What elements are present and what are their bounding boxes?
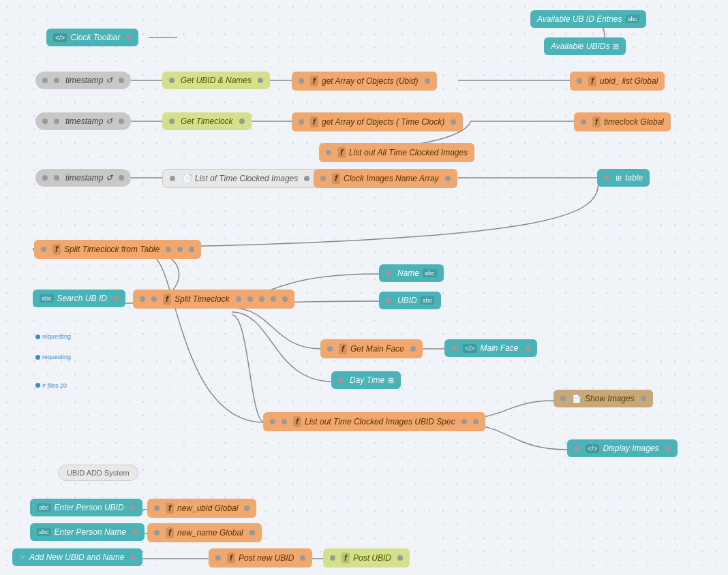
output-port [641,396,646,401]
input-port [338,377,344,383]
function-icon: f [166,527,174,538]
add-new-ubid-node: ☞ Add New UBID and Name [12,548,142,566]
table-node: ⊞ table [597,169,650,187]
input-port [581,119,586,125]
input-port2 [54,78,59,83]
input-port [140,296,145,302]
function-icon: f [339,343,347,354]
grid-icon: ⊞ [388,376,394,385]
output-port4 [271,296,276,302]
new-name-global-node: f new_name Global [147,523,262,542]
get-array-ubid-node: f get Array of Objects (Ubid) [292,72,437,91]
input-port [42,119,48,124]
output-port3 [189,247,194,252]
post-new-ubid-node: f Post new UBID [209,548,312,568]
grid-icon: ⊞ [613,42,619,51]
show-images-node: 📄 Show Images [553,390,653,407]
function-icon: f [293,416,301,427]
input-port2 [54,175,59,181]
input-port [154,530,160,535]
ubid-output-node: UBID abc [379,292,441,309]
function-icon: f [332,173,340,184]
input-port [574,446,579,451]
output-port [132,529,138,535]
function-icon: f [166,503,174,514]
input-port [451,345,457,351]
input-port [386,298,391,303]
output-port [451,119,456,125]
clock-toolbar-node: </> Clock Toolbar [46,29,138,46]
output-port [166,247,171,252]
abc-icon: abc [421,296,435,305]
code-icon: </> [586,444,599,453]
main-face-node: </> Main Face [444,339,537,357]
output-port3 [259,296,264,302]
ubid-list-global-node: f ubid_ list Global [570,72,665,91]
table-icon: ⊞ [616,174,622,183]
file-icon: 📄 [572,394,581,403]
function-icon: f [342,553,350,563]
get-timeclock-node: Get Timeclock [162,112,252,130]
input-port [330,555,335,561]
output-port [425,78,430,84]
input-port2 [54,119,59,124]
abc-icon: abc [40,294,54,302]
available-ubids-node: Available UBIDs ⊞ [544,37,626,55]
output-port [249,530,255,535]
output-port [525,345,530,351]
list-ubid-spec-node: f List out Time Clocked Images UBID Spec [263,412,485,431]
code-icon: </> [53,33,67,42]
abc-icon: abc [37,503,51,512]
output-port [304,176,309,181]
list-all-images-node: f List out All Time Clocked Images [319,143,474,162]
function-icon: f [310,76,318,87]
input-port [604,175,609,181]
output-port2 [247,296,253,302]
hand-icon: ☞ [19,553,26,562]
function-icon: f [588,76,596,87]
output-port [130,555,136,560]
code-icon: </> [463,344,476,353]
get-main-face-node: f Get Main Face [320,339,423,358]
input-port [41,247,46,252]
list-time-clocked-images-node: 📄 List of Time Clocked Images [162,169,317,188]
function-icon: f [592,116,601,127]
output-port [119,78,124,83]
output-port [119,175,124,181]
input-port [299,119,304,125]
day-time-node: Day Time ⊞ [331,371,401,389]
split-timeclock-node: f Split Timeclock [133,290,294,309]
input-port2 [282,419,287,424]
name-node: Name abc [379,264,444,282]
enter-person-name-node: abc Enter Person Name [30,523,145,541]
input-port [560,396,566,401]
abc-icon: abc [37,528,51,536]
input-port [386,270,391,276]
available-ub-id-entries-node: Available UB ID Entries abc [530,10,646,28]
input-port [215,555,221,561]
input-port [42,78,48,83]
output-port [236,296,241,302]
input-port [327,346,333,352]
input-port [577,78,582,84]
clock-images-array-node: f Clock Images Name Array [314,169,457,188]
function-icon: f [310,116,318,127]
split-timeclock-table-node: f Split Timeclock from Table [34,240,201,259]
timestamp1-node: timestamp ↺ [35,72,131,89]
search-ubid-node: abc Search UB ID [33,290,125,307]
timeclock-global-node: f timeclock Global [574,112,671,131]
function-icon: f [52,244,61,255]
output-port5 [282,296,288,302]
output-port [397,555,403,561]
output-port [130,505,136,510]
input-port [154,506,160,511]
enter-person-ubid-node: abc Enter Person UBID [30,499,142,516]
abc-icon: abc [423,269,437,277]
ubid-add-comment: UBID ADD System [58,465,138,481]
timestamp3-node: timestamp ↺ [35,169,131,187]
post-ubid-node: f Post UBID [323,548,410,568]
input-port [299,78,304,84]
output-port [445,176,451,181]
timestamp2-node: timestamp ↺ [35,112,131,130]
input-port [320,176,326,181]
